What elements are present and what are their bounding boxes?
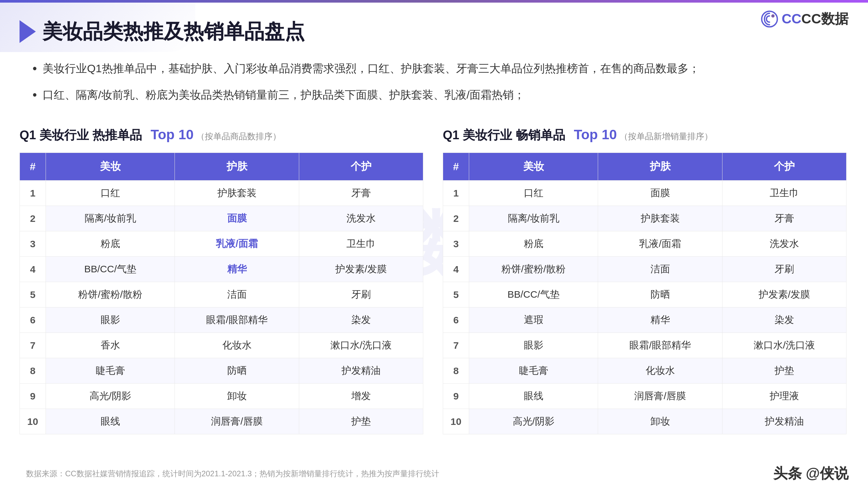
cell-personal: 漱口水/洗口液: [299, 333, 423, 358]
left-table-header-row: # 美妆 护肤 个护: [20, 153, 423, 181]
cell-skincare: 精华: [598, 307, 722, 333]
cell-skincare: 防晒: [598, 282, 722, 307]
left-col-personal: 个护: [299, 153, 423, 181]
footer-source: 数据来源：CC数据社媒营销情报追踪，统计时间为2021.1-2021.3；热销为…: [26, 468, 439, 479]
table-row: 1口红面膜卫生巾: [443, 181, 846, 206]
bullet-item-2: • 口红、隔离/妆前乳、粉底为美妆品类热销销量前三，护肤品类下面膜、护肤套装、乳…: [33, 87, 834, 104]
left-table-title: Q1 美妆行业 热推单品 Top 10 （按单品商品数排序）: [20, 127, 423, 143]
cell-personal: 染发: [722, 307, 846, 333]
logo-label-text: CC数据: [801, 11, 848, 26]
left-title-top: Top 10: [150, 127, 193, 142]
cell-rank: 6: [443, 307, 469, 333]
cell-makeup: 睫毛膏: [46, 358, 175, 384]
cell-skincare: 眼霜/眼部精华: [175, 307, 299, 333]
right-col-skincare: 护肤: [598, 153, 722, 181]
cell-personal: 牙膏: [299, 181, 423, 206]
left-col-rank: #: [20, 153, 46, 181]
cell-personal: 洗发水: [722, 231, 846, 257]
logo-cc: CC: [782, 11, 802, 26]
left-table-section: Q1 美妆行业 热推单品 Top 10 （按单品商品数排序） # 美妆 护肤 个…: [20, 127, 423, 434]
right-title-suffix: （按单品新增销量排序）: [620, 131, 713, 142]
left-table-body: 1口红护肤套装牙膏2隔离/妆前乳面膜洗发水3粉底乳液/面霜卫生巾4BB/CC/气…: [20, 181, 423, 434]
cell-personal: 护垫: [722, 358, 846, 384]
cell-skincare: 乳液/面霜: [598, 231, 722, 257]
cell-personal: 漱口水/洗口液: [722, 333, 846, 358]
cell-skincare: 护肤套装: [598, 206, 722, 231]
bullet-dot-2: •: [33, 87, 37, 104]
cell-makeup: 眼影: [469, 333, 598, 358]
cell-rank: 8: [20, 358, 46, 384]
cell-makeup: 粉底: [46, 231, 175, 257]
left-title-prefix: Q1 美妆行业 热推单品: [20, 127, 142, 143]
bullet-points: • 美妆行业Q1热推单品中，基础护肤、入门彩妆单品消费需求强烈，口红、护肤套装、…: [33, 60, 834, 113]
bullet-dot-1: •: [33, 60, 37, 77]
cell-personal: 护发素/发膜: [722, 282, 846, 307]
table-row: 2隔离/妆前乳护肤套装牙膏: [443, 206, 846, 231]
right-col-makeup: 美妆: [469, 153, 598, 181]
cell-personal: 牙刷: [722, 257, 846, 282]
table-row: 1口红护肤套装牙膏: [20, 181, 423, 206]
bullet-text-2: 口红、隔离/妆前乳、粉底为美妆品类热销销量前三，护肤品类下面膜、护肤套装、乳液/…: [43, 87, 525, 103]
cell-makeup: 睫毛膏: [469, 358, 598, 384]
title-triangle-icon: [20, 20, 36, 43]
svg-point-1: [771, 14, 775, 18]
cell-makeup: 口红: [469, 181, 598, 206]
cell-personal: 洗发水: [299, 206, 423, 231]
cell-makeup: 眼线: [46, 409, 175, 434]
right-col-personal: 个护: [722, 153, 846, 181]
cell-personal: 卫生巾: [722, 181, 846, 206]
footer-brand: 头条 @侠说: [773, 464, 848, 483]
cell-makeup: 隔离/妆前乳: [469, 206, 598, 231]
cell-makeup: 隔离/妆前乳: [46, 206, 175, 231]
left-data-table: # 美妆 护肤 个护 1口红护肤套装牙膏2隔离/妆前乳面膜洗发水3粉底乳液/面霜…: [20, 153, 423, 434]
table-row: 9眼线润唇膏/唇膜护理液: [443, 384, 846, 409]
cell-personal: 卫生巾: [299, 231, 423, 257]
cell-personal: 护垫: [299, 409, 423, 434]
cell-makeup: 粉饼/蜜粉/散粉: [469, 257, 598, 282]
right-table-body: 1口红面膜卫生巾2隔离/妆前乳护肤套装牙膏3粉底乳液/面霜洗发水4粉饼/蜜粉/散…: [443, 181, 846, 434]
cell-personal: 护理液: [722, 384, 846, 409]
cell-skincare: 化妆水: [598, 358, 722, 384]
cell-rank: 7: [443, 333, 469, 358]
cell-personal: 牙刷: [299, 282, 423, 307]
cell-rank: 1: [443, 181, 469, 206]
cell-skincare: 乳液/面霜: [175, 231, 299, 257]
table-row: 4BB/CC/气垫精华护发素/发膜: [20, 257, 423, 282]
table-row: 10高光/阴影卸妆护发精油: [443, 409, 846, 434]
right-data-table: # 美妆 护肤 个护 1口红面膜卫生巾2隔离/妆前乳护肤套装牙膏3粉底乳液/面霜…: [443, 153, 846, 434]
table-row: 4粉饼/蜜粉/散粉洁面牙刷: [443, 257, 846, 282]
cell-skincare: 眼霜/眼部精华: [598, 333, 722, 358]
cell-makeup: 高光/阴影: [46, 384, 175, 409]
cell-skincare: 润唇膏/唇膜: [175, 409, 299, 434]
cell-skincare: 卸妆: [598, 409, 722, 434]
cell-skincare: 卸妆: [175, 384, 299, 409]
cell-rank: 10: [443, 409, 469, 434]
cell-rank: 4: [20, 257, 46, 282]
table-row: 2隔离/妆前乳面膜洗发水: [20, 206, 423, 231]
cell-personal: 护发精油: [299, 358, 423, 384]
cell-makeup: 口红: [46, 181, 175, 206]
cell-makeup: 高光/阴影: [469, 409, 598, 434]
table-row: 8睫毛膏化妆水护垫: [443, 358, 846, 384]
table-row: 7眼影眼霜/眼部精华漱口水/洗口液: [443, 333, 846, 358]
table-row: 9高光/阴影卸妆增发: [20, 384, 423, 409]
cell-rank: 1: [20, 181, 46, 206]
right-title-prefix: Q1 美妆行业 畅销单品: [443, 127, 565, 143]
right-table-section: Q1 美妆行业 畅销单品 Top 10 （按单品新增销量排序） # 美妆 护肤 …: [443, 127, 846, 434]
cell-skincare: 护肤套装: [175, 181, 299, 206]
right-table-title: Q1 美妆行业 畅销单品 Top 10 （按单品新增销量排序）: [443, 127, 846, 143]
cell-rank: 8: [443, 358, 469, 384]
table-row: 3粉底乳液/面霜卫生巾: [20, 231, 423, 257]
cell-rank: 5: [20, 282, 46, 307]
table-row: 5BB/CC/气垫防晒护发素/发膜: [443, 282, 846, 307]
cell-rank: 2: [20, 206, 46, 231]
left-title-suffix: （按单品商品数排序）: [196, 131, 281, 142]
title-section: 美妆品类热推及热销单品盘点: [20, 18, 305, 45]
cell-makeup: 粉饼/蜜粉/散粉: [46, 282, 175, 307]
footer-brand-text: 头条 @侠说: [773, 465, 848, 481]
cell-rank: 10: [20, 409, 46, 434]
table-row: 5粉饼/蜜粉/散粉洁面牙刷: [20, 282, 423, 307]
cell-personal: 牙膏: [722, 206, 846, 231]
right-title-top: Top 10: [574, 127, 617, 142]
cell-skincare: 面膜: [175, 206, 299, 231]
